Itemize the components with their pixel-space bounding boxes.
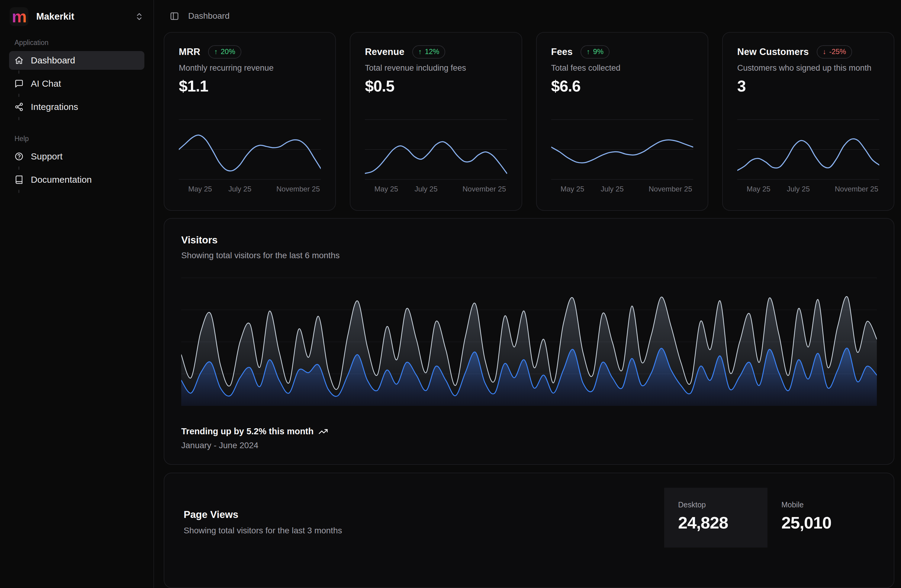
sidebar-item-documentation[interactable]: Documentation [9,170,144,189]
badge-value: 12% [425,47,439,56]
nav-divider-tick [19,117,19,120]
sidebar-item-label: Support [31,151,62,162]
sidebar-toggle-button[interactable] [170,11,179,21]
chat-icon [14,79,23,88]
top-bar: Dashboard [164,0,894,32]
book-icon [14,175,23,184]
main-content: Dashboard MRR ↑ 20% Monthly recurring re… [154,0,901,588]
breadcrumb: Dashboard [188,11,229,21]
visitors-period: January - June 2024 [181,441,877,450]
stat-subtitle: Total fees collected [551,64,693,73]
home-icon [14,56,23,65]
chevrons-up-down-icon [135,12,144,21]
stat-title: New Customers [737,47,809,58]
page-views-stat-mobile[interactable]: Mobile 25,010 [767,488,871,547]
sidebar-item-dashboard[interactable]: Dashboard [9,51,144,70]
stat-subtitle: Total revenue including fees [365,64,507,73]
sparkline-chart: May 25 July 25 November 25 [737,118,879,194]
stat-title: Revenue [365,47,404,58]
arrow-down-icon: ↓ [823,48,826,56]
logo-letter: m [12,9,26,24]
visitors-trend-text: Trending up by 5.2% this month [181,426,313,437]
x-tick: July 25 [787,185,810,193]
page-views-stat-desktop[interactable]: Desktop 24,828 [664,488,767,547]
stat-subtitle: Monthly recurring revenue [179,64,321,73]
page-views-subtitle: Showing total visitors for the last 3 mo… [184,526,342,535]
makerkit-logo: m [10,7,28,26]
stat-value: $6.6 [551,77,693,95]
visitors-title: Visitors [181,234,877,246]
sidebar: m Makerkit Application Dashboard AI Chat… [0,0,154,588]
stat-value: $1.1 [179,77,321,95]
x-tick: May 25 [374,185,398,193]
stat-title: MRR [179,47,200,58]
badge-value: -25% [829,47,846,56]
stat-card-fees: Fees ↑ 9% Total fees collected $6.6 May … [536,32,708,211]
arrow-up-icon: ↑ [586,48,590,56]
nav-divider-tick [19,70,19,74]
x-tick: July 25 [415,185,437,193]
page-views-card: Page Views Showing total visitors for th… [164,473,894,588]
nav-divider-tick [19,94,19,97]
trending-up-icon [318,427,328,437]
stat-label: Mobile [781,501,857,509]
help-circle-icon [14,152,23,161]
stat-value: 25,010 [781,513,857,532]
trend-badge: ↑ 9% [580,45,610,59]
badge-value: 9% [593,47,603,56]
stat-title: Fees [551,47,573,58]
stat-value: $0.5 [365,77,507,95]
x-tick: November 25 [648,185,692,193]
sidebar-item-ai-chat[interactable]: AI Chat [9,74,144,93]
x-tick: July 25 [601,185,624,193]
sparkline-chart: May 25 July 25 November 25 [179,118,321,194]
x-tick: November 25 [463,185,506,193]
badge-value: 20% [221,47,235,56]
visitors-card: Visitors Showing total visitors for the … [164,218,894,465]
trend-badge: ↑ 20% [208,45,241,59]
sidebar-item-label: AI Chat [31,78,61,89]
stat-card-mrr: MRR ↑ 20% Monthly recurring revenue $1.1… [164,32,336,211]
sidebar-item-label: Dashboard [31,55,75,66]
sidebar-item-integrations[interactable]: Integrations [9,98,144,116]
visitors-area-chart [181,276,877,408]
stat-label: Desktop [678,501,754,509]
x-tick: November 25 [276,185,320,193]
arrow-up-icon: ↑ [418,48,422,56]
visitors-subtitle: Showing total visitors for the last 6 mo… [181,251,877,260]
x-tick: November 25 [835,185,878,193]
x-tick: May 25 [747,185,770,193]
nav-divider-tick [19,166,19,170]
page-views-title: Page Views [184,509,342,520]
workspace-name: Makerkit [36,11,74,22]
x-tick: May 25 [188,185,212,193]
x-tick: July 25 [228,185,251,193]
stat-card-new-customers: New Customers ↓ -25% Customers who signe… [722,32,894,211]
stat-value: 3 [737,77,879,95]
sidebar-item-label: Integrations [31,102,78,112]
trend-badge: ↓ -25% [817,45,853,59]
nav-divider-tick [19,190,19,193]
workspace-switcher[interactable]: m Makerkit [9,7,144,27]
sparkline-chart: May 25 July 25 November 25 [365,118,507,194]
stat-subtitle: Customers who signed up this month [737,64,879,73]
stat-card-revenue: Revenue ↑ 12% Total revenue including fe… [350,32,522,211]
page-views-stats: Desktop 24,828 Mobile 25,010 [664,488,871,547]
arrow-up-icon: ↑ [214,48,218,56]
sidebar-item-label: Documentation [31,175,92,185]
share-icon [14,102,23,111]
sidebar-section-help: Help [9,135,144,143]
sidebar-section-application: Application [9,39,144,47]
stat-cards-row: MRR ↑ 20% Monthly recurring revenue $1.1… [164,32,894,211]
x-tick: May 25 [561,185,585,193]
sidebar-item-support[interactable]: Support [9,147,144,166]
sparkline-chart: May 25 July 25 November 25 [551,118,693,194]
trend-badge: ↑ 12% [412,45,446,59]
stat-value: 24,828 [678,513,754,532]
